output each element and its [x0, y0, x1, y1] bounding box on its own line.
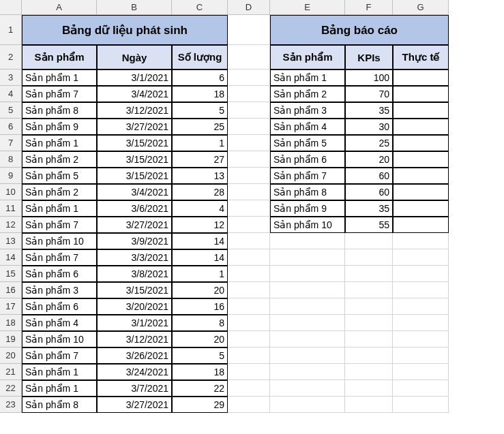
cell-B9[interactable]: 3/15/2021	[97, 168, 172, 184]
cell-G12[interactable]	[393, 217, 449, 233]
cell-G15[interactable]	[393, 266, 449, 282]
cell-D8[interactable]	[228, 151, 270, 168]
cell-A19[interactable]: Sản phẩm 10	[22, 331, 97, 347]
cell-C8[interactable]: 27	[172, 151, 228, 168]
cell-A22[interactable]: Sản phẩm 1	[22, 380, 97, 397]
cell-G23[interactable]	[393, 397, 449, 413]
cell-D19[interactable]	[228, 331, 270, 347]
cell-E22[interactable]	[270, 380, 345, 397]
row-header-3[interactable]: 3	[0, 69, 22, 86]
cell-E10[interactable]: Sản phẩm 8	[270, 184, 345, 200]
cell-C23[interactable]: 29	[172, 397, 228, 413]
cell-C11[interactable]: 4	[172, 200, 228, 217]
cell-E6[interactable]: Sản phẩm 4	[270, 119, 345, 135]
cell-D17[interactable]	[228, 298, 270, 315]
cell-B5[interactable]: 3/12/2021	[97, 102, 172, 119]
cell-F22[interactable]	[345, 380, 393, 397]
cell-B23[interactable]: 3/27/2021	[97, 397, 172, 413]
cell-C12[interactable]: 12	[172, 217, 228, 233]
cell-C15[interactable]: 1	[172, 266, 228, 282]
cell-G17[interactable]	[393, 298, 449, 315]
cell-E7[interactable]: Sản phẩm 5	[270, 135, 345, 151]
cell-C5[interactable]: 5	[172, 102, 228, 119]
row-header-21[interactable]: 21	[0, 364, 22, 380]
cell-C16[interactable]: 20	[172, 282, 228, 298]
cell-G11[interactable]	[393, 200, 449, 217]
cell-B3[interactable]: 3/1/2021	[97, 69, 172, 86]
cell-F20[interactable]	[345, 347, 393, 364]
cell-D3[interactable]	[228, 69, 270, 86]
cell-C10[interactable]: 28	[172, 184, 228, 200]
cell-G19[interactable]	[393, 331, 449, 347]
cell-E15[interactable]	[270, 266, 345, 282]
cell-B21[interactable]: 3/24/2021	[97, 364, 172, 380]
cell-E5[interactable]: Sản phẩm 3	[270, 102, 345, 119]
row-header-22[interactable]: 22	[0, 380, 22, 397]
cell-C4[interactable]: 18	[172, 86, 228, 102]
cell-F5[interactable]: 35	[345, 102, 393, 119]
cell-C6[interactable]: 25	[172, 119, 228, 135]
row-header-19[interactable]: 19	[0, 331, 22, 347]
cell-C7[interactable]: 1	[172, 135, 228, 151]
cell-E14[interactable]	[270, 249, 345, 266]
cell-B10[interactable]: 3/4/2021	[97, 184, 172, 200]
cell-A18[interactable]: Sản phẩm 4	[22, 315, 97, 331]
cell-F21[interactable]	[345, 364, 393, 380]
cell-A15[interactable]: Sản phẩm 6	[22, 266, 97, 282]
row-header-5[interactable]: 5	[0, 102, 22, 119]
cell-D18[interactable]	[228, 315, 270, 331]
cell-E21[interactable]	[270, 364, 345, 380]
cell-F18[interactable]	[345, 315, 393, 331]
col-header-E[interactable]: E	[270, 0, 345, 15]
cell-G4[interactable]	[393, 86, 449, 102]
cell-E17[interactable]	[270, 298, 345, 315]
cell-E11[interactable]: Sản phẩm 9	[270, 200, 345, 217]
row-header-20[interactable]: 20	[0, 347, 22, 364]
cell-B14[interactable]: 3/3/2021	[97, 249, 172, 266]
row-header-18[interactable]: 18	[0, 315, 22, 331]
cell-B8[interactable]: 3/15/2021	[97, 151, 172, 168]
cell-C21[interactable]: 18	[172, 364, 228, 380]
cell-E13[interactable]	[270, 233, 345, 249]
cell-F10[interactable]: 60	[345, 184, 393, 200]
cell-G10[interactable]	[393, 184, 449, 200]
cell-D12[interactable]	[228, 217, 270, 233]
cell-F23[interactable]	[345, 397, 393, 413]
cell-A4[interactable]: Sản phẩm 7	[22, 86, 97, 102]
cell-A10[interactable]: Sản phẩm 2	[22, 184, 97, 200]
cell-E8[interactable]: Sản phẩm 6	[270, 151, 345, 168]
cell-G13[interactable]	[393, 233, 449, 249]
cell-E16[interactable]	[270, 282, 345, 298]
cell-A13[interactable]: Sản phẩm 10	[22, 233, 97, 249]
cell-A21[interactable]: Sản phẩm 1	[22, 364, 97, 380]
cell-G20[interactable]	[393, 347, 449, 364]
col-header-A[interactable]: A	[22, 0, 97, 15]
cell-F16[interactable]	[345, 282, 393, 298]
cell-A8[interactable]: Sản phẩm 2	[22, 151, 97, 168]
cell-B22[interactable]: 3/7/2021	[97, 380, 172, 397]
cell-G3[interactable]	[393, 69, 449, 86]
cell-B11[interactable]: 3/6/2021	[97, 200, 172, 217]
cell-G8[interactable]	[393, 151, 449, 168]
cell-D20[interactable]	[228, 347, 270, 364]
cell-A7[interactable]: Sản phẩm 1	[22, 135, 97, 151]
cell-D13[interactable]	[228, 233, 270, 249]
row-header-15[interactable]: 15	[0, 266, 22, 282]
cell-B19[interactable]: 3/12/2021	[97, 331, 172, 347]
cell-D9[interactable]	[228, 168, 270, 184]
cell-E12[interactable]: Sản phẩm 10	[270, 217, 345, 233]
row-header-9[interactable]: 9	[0, 168, 22, 184]
cell-E9[interactable]: Sản phẩm 7	[270, 168, 345, 184]
col-header-B[interactable]: B	[97, 0, 172, 15]
cell-D11[interactable]	[228, 200, 270, 217]
cell-F9[interactable]: 60	[345, 168, 393, 184]
cell-F17[interactable]	[345, 298, 393, 315]
cell-A3[interactable]: Sản phẩm 1	[22, 69, 97, 86]
spreadsheet-grid[interactable]: ABCDEFG123456789101112131415161718192021…	[0, 0, 504, 413]
row-header-17[interactable]: 17	[0, 298, 22, 315]
cell-F3[interactable]: 100	[345, 69, 393, 86]
cell-C13[interactable]: 14	[172, 233, 228, 249]
cell-A5[interactable]: Sản phẩm 8	[22, 102, 97, 119]
cell-D5[interactable]	[228, 102, 270, 119]
cell-A12[interactable]: Sản phẩm 7	[22, 217, 97, 233]
